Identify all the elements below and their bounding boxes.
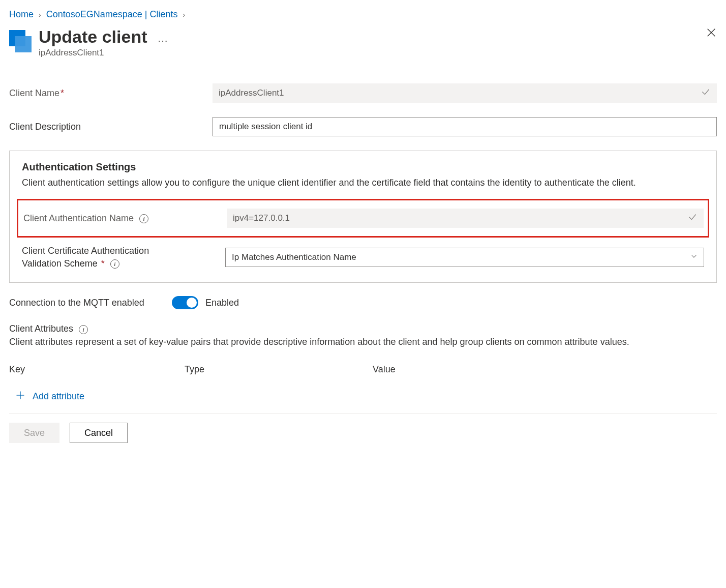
mqtt-enabled-toggle[interactable]	[172, 296, 198, 309]
highlighted-auth-name-region: Client Authentication Name ipv4=127.0.0.…	[17, 199, 709, 238]
authentication-settings-panel: Authentication Settings Client authentic…	[9, 151, 717, 283]
cancel-button[interactable]: Cancel	[70, 423, 128, 443]
client-description-row: Client Description	[9, 117, 717, 136]
client-description-label: Client Description	[9, 122, 213, 132]
page-header: Update client ⋯ ipAddressClient1	[9, 27, 717, 58]
mqtt-toggle-row: Connection to the MQTT enabled Enabled	[9, 296, 717, 309]
add-attribute-button[interactable]: Add attribute	[9, 390, 717, 403]
client-resource-icon	[9, 30, 32, 52]
auth-settings-description: Client authentication settings allow you…	[22, 176, 704, 190]
auth-name-field: ipv4=127.0.0.1	[227, 209, 704, 228]
validated-icon	[701, 87, 711, 100]
footer-divider	[9, 413, 717, 414]
info-icon[interactable]	[79, 325, 88, 334]
auth-name-label: Client Authentication Name	[23, 213, 227, 224]
breadcrumb-namespace-clients[interactable]: ContosoEGNamespace | Clients	[46, 9, 178, 20]
client-attributes-heading: Client Attributes	[9, 324, 717, 334]
attributes-col-value: Value	[373, 364, 717, 375]
add-attribute-label: Add attribute	[33, 391, 84, 402]
chevron-right-icon: ›	[183, 11, 185, 19]
client-attributes-description: Client attributes represent a set of key…	[9, 335, 717, 349]
footer-actions: Save Cancel	[9, 423, 717, 443]
breadcrumb-home[interactable]: Home	[9, 9, 34, 20]
chevron-right-icon: ›	[39, 11, 41, 19]
page-subtitle: ipAddressClient1	[39, 48, 706, 58]
client-name-label: Client Name*	[9, 88, 213, 99]
validation-scheme-row: Client Certificate Authentication Valida…	[22, 245, 704, 270]
auth-settings-heading: Authentication Settings	[22, 161, 704, 173]
info-icon[interactable]	[110, 259, 119, 269]
chevron-down-icon	[690, 252, 698, 263]
more-actions-button[interactable]: ⋯	[158, 35, 169, 46]
mqtt-toggle-label: Connection to the MQTT enabled	[9, 298, 172, 308]
client-name-row: Client Name* ipAddressClient1	[9, 83, 717, 103]
plus-icon	[15, 390, 25, 403]
attributes-col-key: Key	[9, 364, 185, 375]
page-title: Update client	[39, 27, 147, 47]
attributes-table-header: Key Type Value	[9, 364, 717, 375]
client-name-field: ipAddressClient1	[213, 83, 717, 103]
client-description-input[interactable]	[213, 117, 717, 136]
info-icon[interactable]	[139, 214, 148, 223]
close-button[interactable]	[706, 27, 717, 41]
mqtt-toggle-state: Enabled	[205, 298, 239, 308]
validation-scheme-select[interactable]: Ip Matches Authentication Name	[225, 248, 704, 267]
breadcrumb: Home › ContosoEGNamespace | Clients ›	[9, 9, 717, 20]
validated-icon	[687, 212, 698, 225]
attributes-col-type: Type	[185, 364, 373, 375]
validation-scheme-label: Client Certificate Authentication Valida…	[22, 245, 225, 270]
save-button[interactable]: Save	[9, 423, 59, 443]
